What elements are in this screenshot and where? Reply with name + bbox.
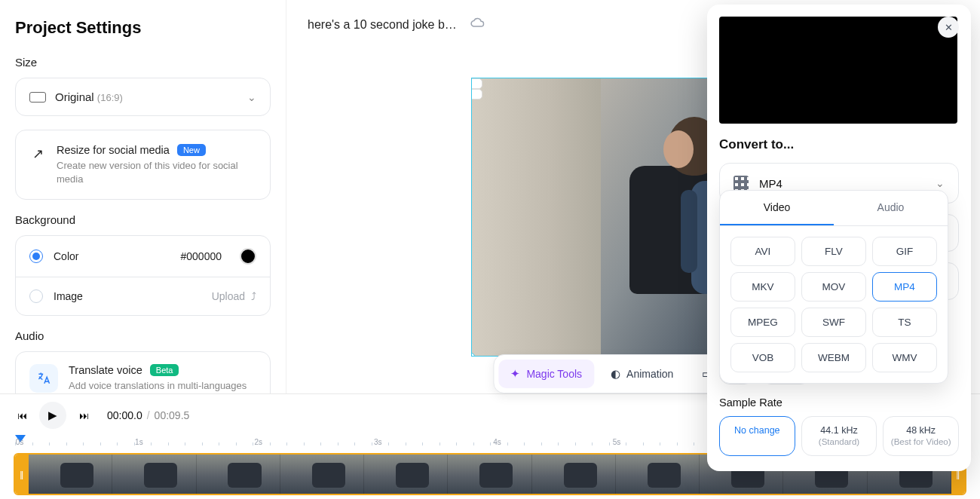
clip-thumbnail bbox=[197, 455, 280, 494]
size-value: Original (16:9) bbox=[55, 90, 238, 103]
time-display: 00:00.0/00:09.5 bbox=[107, 409, 189, 421]
bg-color-label: Color bbox=[54, 250, 170, 262]
animation-button[interactable]: ◐Animation bbox=[599, 360, 685, 388]
cloud-sync-icon[interactable] bbox=[470, 15, 485, 34]
sample-rate-label: Sample Rate bbox=[719, 396, 959, 409]
ruler-tick-label: 0s bbox=[16, 438, 24, 446]
bg-color-row[interactable]: Color #000000 bbox=[16, 236, 270, 277]
background-label: Background bbox=[15, 213, 271, 226]
format-option-mp4[interactable]: MP4 bbox=[872, 272, 937, 302]
ruler-tick-label: 5s bbox=[613, 438, 621, 446]
beta-badge: Beta bbox=[150, 364, 179, 376]
clip-thumbnail bbox=[364, 455, 448, 494]
play-button[interactable]: ▶ bbox=[39, 402, 66, 429]
tab-audio[interactable]: Audio bbox=[834, 191, 948, 225]
sparkle-icon: ✦ bbox=[510, 367, 520, 381]
sample-rate-option[interactable]: No change bbox=[719, 416, 795, 456]
audio-label: Audio bbox=[15, 329, 271, 342]
radio-image[interactable] bbox=[29, 289, 43, 303]
format-option-vob[interactable]: VOB bbox=[730, 343, 795, 372]
aspect-ratio-icon bbox=[29, 92, 46, 103]
sample-rate-option[interactable]: 44.1 kHz(Standard) bbox=[801, 416, 877, 456]
ruler-tick-label: 1s bbox=[135, 438, 143, 446]
convert-title: Convert to... bbox=[719, 137, 959, 152]
resize-title: Resize for social media bbox=[57, 144, 170, 156]
size-select[interactable]: Original (16:9) ⌄ bbox=[15, 78, 271, 116]
format-option-wmv[interactable]: WMV bbox=[872, 343, 937, 372]
format-option-avi[interactable]: AVI bbox=[730, 237, 795, 266]
tab-video[interactable]: Video bbox=[720, 191, 834, 225]
format-option-webm[interactable]: WEBM bbox=[801, 343, 866, 372]
bg-image-label: Image bbox=[54, 290, 201, 302]
clip-thumbnail bbox=[280, 455, 364, 494]
ruler-tick-label: 2s bbox=[255, 438, 263, 446]
clip-thumbnail bbox=[448, 455, 531, 494]
size-label: Size bbox=[15, 56, 271, 69]
clip-thumbnail bbox=[532, 455, 616, 494]
bg-image-row[interactable]: Image Upload ⤴ bbox=[16, 277, 270, 315]
clip-handle-left[interactable]: ‖ bbox=[15, 455, 29, 494]
clip-thumbnail bbox=[29, 455, 112, 494]
project-settings-sidebar: Project Settings Size Original (16:9) ⌄ … bbox=[0, 0, 286, 393]
resize-desc: Create new version of this video for soc… bbox=[57, 159, 256, 185]
clip-thumbnail bbox=[616, 455, 700, 494]
resize-handle-top[interactable] bbox=[471, 78, 482, 89]
format-option-ts[interactable]: TS bbox=[872, 308, 937, 337]
film-icon bbox=[733, 176, 749, 191]
close-button[interactable]: ✕ bbox=[938, 17, 959, 38]
bg-color-value: #000000 bbox=[180, 250, 222, 262]
magic-tools-button[interactable]: ✦Magic Tools bbox=[498, 360, 594, 388]
format-dropdown: Video Audio AVIFLVGIFMKVMOVMP4MPEGSWFTSV… bbox=[719, 190, 948, 384]
upload-icon: ⤴ bbox=[251, 290, 256, 302]
format-option-mkv[interactable]: MKV bbox=[730, 272, 795, 302]
new-badge: New bbox=[177, 144, 206, 156]
translate-desc: Add voice translations in multi-language… bbox=[69, 379, 256, 393]
format-option-gif[interactable]: GIF bbox=[872, 237, 937, 266]
format-option-flv[interactable]: FLV bbox=[801, 237, 866, 266]
resize-social-card[interactable]: ↗ Resize for social media New Create new… bbox=[15, 130, 271, 200]
convert-panel: ✕ Convert to... MP4 ⌄ ⌄ ⌄ No Change12243… bbox=[707, 5, 971, 471]
skip-back-button[interactable]: ⏮ bbox=[11, 404, 33, 427]
ruler-tick-label: 3s bbox=[374, 438, 382, 446]
format-option-mpeg[interactable]: MPEG bbox=[730, 308, 795, 337]
format-option-swf[interactable]: SWF bbox=[801, 308, 866, 337]
convert-preview bbox=[719, 17, 957, 124]
sample-rate-option[interactable]: 48 kHz(Best for Video) bbox=[883, 416, 959, 456]
format-option-mov[interactable]: MOV bbox=[801, 272, 866, 302]
clip-thumbnail bbox=[112, 455, 196, 494]
translate-icon bbox=[29, 364, 58, 393]
project-title[interactable]: here's a 10 second joke be… bbox=[308, 18, 458, 32]
color-swatch[interactable] bbox=[240, 248, 256, 265]
radio-color[interactable] bbox=[29, 250, 43, 263]
page-title: Project Settings bbox=[15, 18, 271, 38]
format-value: MP4 bbox=[759, 177, 925, 190]
translate-title: Translate voice bbox=[69, 364, 142, 376]
translate-voice-card[interactable]: Translate voice Beta Add voice translati… bbox=[15, 351, 271, 393]
animation-icon: ◐ bbox=[611, 367, 620, 381]
resize-handle-bottom[interactable] bbox=[471, 89, 482, 99]
skip-forward-button[interactable]: ⏭ bbox=[72, 404, 95, 427]
ruler-tick-label: 4s bbox=[493, 438, 501, 446]
chevron-down-icon: ⌄ bbox=[936, 177, 945, 189]
resize-handle-bl[interactable] bbox=[471, 353, 475, 357]
chevron-down-icon: ⌄ bbox=[247, 91, 256, 103]
upload-button[interactable]: Upload ⤴ bbox=[212, 290, 256, 302]
external-link-icon: ↗ bbox=[29, 145, 46, 162]
